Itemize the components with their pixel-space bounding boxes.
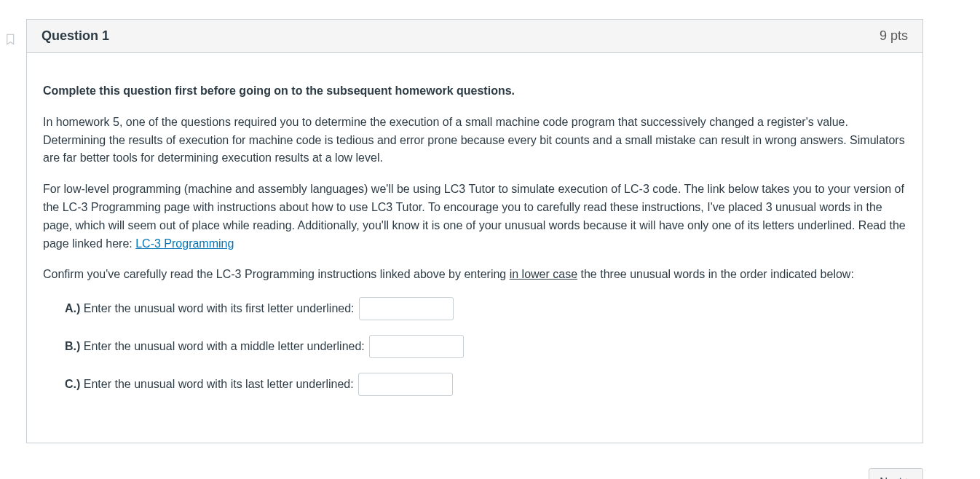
answer-b-letter: B.) — [65, 340, 80, 352]
answer-c-input[interactable] — [358, 373, 453, 396]
next-button[interactable]: Next ▶ — [869, 468, 923, 479]
question-points: 9 pts — [880, 28, 908, 44]
nav-row: Next ▶ — [26, 468, 923, 479]
confirm-post: the three unusual words in the order ind… — [577, 268, 854, 280]
bookmark-icon[interactable] — [4, 33, 17, 46]
answer-c-label: C.) Enter the unusual word with its last… — [65, 376, 354, 394]
question-body: Complete this question first before goin… — [27, 53, 922, 443]
question-header: Question 1 9 pts — [27, 20, 922, 53]
answers-block: A.) Enter the unusual word with its firs… — [65, 297, 906, 396]
answer-a-letter: A.) — [65, 302, 80, 314]
answer-c-text: Enter the unusual word with its last let… — [80, 378, 353, 390]
answer-a-text: Enter the unusual word with its first le… — [80, 302, 354, 314]
question-card: Question 1 9 pts Complete this question … — [26, 19, 923, 443]
confirm-pre: Confirm you've carefully read the LC-3 P… — [43, 268, 510, 280]
confirm-underlined: in lower case — [510, 268, 577, 280]
quiz-page: Question 1 9 pts Complete this question … — [0, 0, 980, 479]
answer-row-a: A.) Enter the unusual word with its firs… — [65, 297, 906, 320]
answer-row-c: C.) Enter the unusual word with its last… — [65, 373, 906, 396]
confirm-paragraph: Confirm you've carefully read the LC-3 P… — [43, 266, 906, 284]
next-button-label: Next — [880, 475, 902, 479]
answer-c-letter: C.) — [65, 378, 80, 390]
answer-b-text: Enter the unusual word with a middle let… — [80, 340, 364, 352]
intro-bold: Complete this question first before goin… — [43, 82, 906, 100]
paragraph-1: In homework 5, one of the questions requ… — [43, 114, 906, 167]
paragraph-2: For low-level programming (machine and a… — [43, 181, 906, 253]
answer-a-label: A.) Enter the unusual word with its firs… — [65, 300, 355, 318]
lc3-programming-link[interactable]: LC-3 Programming — [135, 237, 234, 250]
answer-b-input[interactable] — [369, 335, 464, 358]
answer-row-b: B.) Enter the unusual word with a middle… — [65, 335, 906, 358]
question-title: Question 1 — [42, 28, 109, 44]
answer-a-input[interactable] — [359, 297, 454, 320]
answer-b-label: B.) Enter the unusual word with a middle… — [65, 338, 365, 356]
